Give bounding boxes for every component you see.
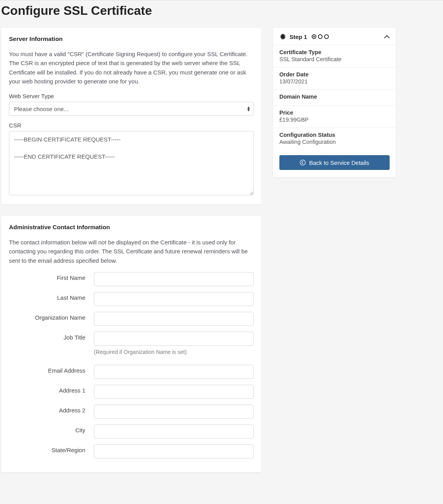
price-val: £19.99GBP [279, 117, 390, 123]
step-label: Step 1 [289, 34, 307, 40]
status-key: Configuration Status [279, 132, 390, 138]
page-title: Configure SSL Certificate [1, 4, 443, 18]
summary-panel: Step 1 Certificate Type SSL Standard Cer… [273, 28, 396, 177]
admin-desc: The contact information below will not b… [9, 238, 254, 265]
server-info-card: Server Information You must have a valid… [1, 28, 261, 204]
order-date-key: Order Date [279, 71, 390, 78]
state-input[interactable] [94, 444, 254, 458]
server-info-heading: Server Information [9, 35, 254, 42]
price-key: Price [279, 110, 390, 116]
step-progress-icon [312, 34, 329, 39]
first-name-label: First Name [9, 272, 94, 281]
cert-type-key: Certificate Type [279, 49, 390, 55]
last-name-input[interactable] [94, 292, 254, 306]
address1-input[interactable] [94, 385, 254, 399]
job-title-help: (Required if Organization Name is set) [94, 349, 254, 355]
last-name-label: Last Name [9, 292, 94, 301]
status-val: Awaiting Configuration [279, 139, 390, 145]
state-label: State/Region [9, 444, 94, 453]
admin-heading: Administrative Contact Information [9, 224, 254, 231]
address2-input[interactable] [94, 405, 254, 419]
chevron-up-icon [384, 34, 390, 39]
city-label: City [9, 424, 94, 433]
certificate-icon [279, 33, 286, 40]
csr-label: CSR [9, 122, 254, 129]
address2-label: Address 2 [9, 405, 94, 414]
first-name-input[interactable] [94, 272, 254, 286]
job-title-input[interactable] [94, 332, 254, 346]
cert-type-val: SSL Standard Certificate [279, 56, 390, 62]
org-name-input[interactable] [94, 312, 254, 326]
domain-key: Domain Name [279, 94, 390, 100]
org-name-label: Organization Name [9, 312, 94, 321]
back-button-label: Back to Service Details [309, 159, 369, 166]
order-date-val: 13/07/2021 [279, 78, 390, 85]
summary-header[interactable]: Step 1 [273, 28, 396, 45]
email-label: Email Address [9, 365, 94, 374]
svg-marker-0 [280, 34, 286, 40]
admin-contact-card: Administrative Contact Information The c… [1, 216, 261, 472]
svg-point-1 [300, 160, 305, 165]
server-info-desc: You must have a valid "CSR" (Certificate… [9, 50, 254, 86]
csr-textarea[interactable] [9, 131, 254, 195]
server-type-select[interactable]: Please choose one... [9, 102, 254, 116]
city-input[interactable] [94, 424, 254, 439]
server-type-label: Web Server Type [9, 93, 254, 99]
address1-label: Address 1 [9, 385, 94, 394]
arrow-left-circle-icon [300, 159, 306, 166]
back-to-service-button[interactable]: Back to Service Details [279, 155, 390, 170]
email-input[interactable] [94, 365, 254, 379]
job-title-label: Job Title [9, 332, 94, 341]
